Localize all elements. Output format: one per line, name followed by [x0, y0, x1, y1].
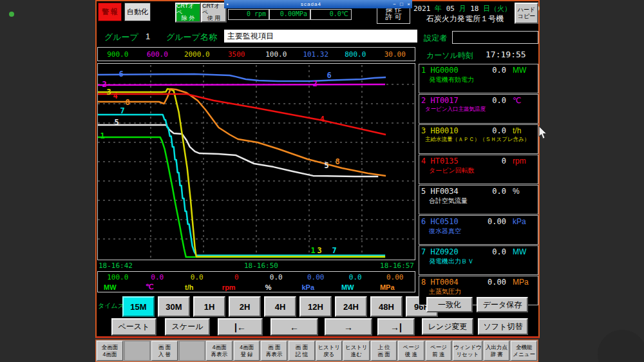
toolbar-button-4[interactable]: 4画面再表示 [206, 341, 232, 361]
toolbar-button-14[interactable]: 入出力点辞 書 [484, 341, 510, 361]
svg-text:3: 3 [317, 246, 321, 255]
scale-min-HB0010: 0.0 [177, 273, 217, 281]
quick-value-1: 0.00MPa [269, 9, 310, 20]
timespan-24H[interactable]: 24H [335, 296, 367, 317]
time-tick-mid: 18-16:50 [244, 262, 278, 270]
trend-chart: 6234875162485137 [97, 63, 415, 260]
timespan-12H[interactable]: 12H [299, 296, 332, 317]
alarm-button[interactable]: 警 報 [98, 3, 122, 21]
toolbar-button-9[interactable]: ヒストリ進む [343, 341, 370, 361]
match-button[interactable]: 一致化 [426, 297, 473, 312]
timespan-1H[interactable]: 1H [193, 296, 225, 317]
svg-text:7: 7 [332, 246, 336, 255]
timespan-30M[interactable]: 30M [158, 296, 190, 317]
permit-l2: 許 可 [385, 13, 401, 21]
titlebar-icon: ▪ [224, 1, 231, 8]
channel-list: 1 HG00000.0MW発電機有効電力2 HT00170.0℃タービン入口主蒸… [419, 64, 538, 306]
time-tick-left: 18-16:42 [99, 262, 133, 270]
data-save-button[interactable]: データ保存 [477, 297, 528, 312]
scale-min-HG0000: 100.0 [98, 273, 138, 281]
mouse-cursor [538, 126, 548, 140]
toolbar-cell-6: 画 面再表示 [261, 341, 287, 361]
svg-text:1: 1 [100, 131, 104, 140]
channel-desc: 発電機出力ＢＶ [421, 257, 536, 266]
scale-unit-HT0135: rpm [209, 283, 249, 291]
go-last-button[interactable]: →| [377, 318, 415, 336]
toolbar-cell-14: 入出力点辞 書 [484, 341, 510, 361]
toolbar-blank [179, 341, 205, 361]
channel-desc: タービン回転数 [421, 166, 536, 175]
timespan-2H[interactable]: 2H [229, 296, 261, 317]
channel-box-HT0135: 4 HT01350rpmタービン回転数 [419, 155, 538, 184]
auto-button[interactable]: 自動化 [124, 3, 151, 21]
close-icon[interactable]: × [405, 1, 412, 8]
channel-desc: タービン入口主蒸気温度 [421, 106, 536, 113]
hardcopy-button[interactable]: ハード コピー [515, 3, 538, 24]
scale-max-HT0004: 30.00 [375, 50, 415, 59]
toolbar-cell-5: 4画面登 録 [234, 341, 260, 361]
titlebar-title: scada4 [231, 1, 391, 7]
go-prev-button[interactable]: ← [270, 318, 318, 336]
paste-button[interactable]: ペースト [111, 318, 156, 336]
channel-box-HC0510: 6 HC05100.00kPa復水器真空 [419, 215, 538, 245]
toolbar-button-2[interactable]: 画 面入 替 [151, 341, 178, 361]
toolbar-button-12[interactable]: ページ前 進 [426, 341, 452, 361]
channel-value: 0 [475, 157, 506, 166]
toolbar-button-13[interactable]: ウィンドウリセット [453, 341, 482, 361]
channel-unit: rpm [506, 157, 536, 166]
toolbar-button-5[interactable]: 4画面登 録 [234, 341, 260, 361]
go-next-button[interactable]: → [325, 318, 372, 336]
timespan-15M[interactable]: 15M [122, 296, 155, 317]
channel-tag: 8 HT0004 [421, 278, 475, 287]
go-first-button[interactable]: |← [218, 318, 263, 336]
crt-use-button[interactable]: CRTオペ 使 用 [201, 3, 227, 23]
svg-text:6: 6 [118, 70, 123, 79]
os-titlebar[interactable]: ▪ scada4 − □ × [224, 0, 412, 8]
scale-min-HC0510: 0.00 [296, 273, 336, 281]
toolbar-button-8[interactable]: ヒストリ戻る [316, 341, 343, 361]
cursor-time-label: カーソル時刻 [426, 50, 473, 61]
channel-box-HB0010: 3 HB00100.0t/h主給水流量（ＡＰＣ）（ＳＨスプレ含み） [419, 124, 538, 154]
function-toolbar: 全画面4画面画 面入 替4画面再表示4画面登 録画 面再表示画 面記 憶ヒストリ… [95, 339, 538, 362]
hardcopy-l2: コピー [518, 14, 535, 20]
toolbar-button-0[interactable]: 全画面4画面 [97, 341, 123, 361]
toolbar-button-6[interactable]: 画 面再表示 [261, 341, 287, 361]
soft-switch-button[interactable]: ソフト切替 [478, 318, 528, 335]
scale-min-HT0004: 0.00 [375, 273, 415, 281]
toolbar-button-11[interactable]: ページ後 進 [398, 341, 424, 361]
channel-box-HT0017: 2 HT00170.0℃タービン入口主蒸気温度 [419, 94, 538, 124]
channel-desc: 復水器真空 [421, 227, 536, 236]
toolbar-button-15[interactable]: 全機能メニュー [511, 341, 537, 361]
scale-max-HF0034: 100.0 [256, 50, 296, 59]
power-led [9, 12, 14, 17]
toolbar-button-10[interactable]: 上 位画 面 [371, 341, 397, 361]
scale-max-row: 900.0600.02000.03500100.0101.32800.030.0… [97, 47, 415, 61]
setter-label: 設定者 [424, 33, 447, 44]
toolbar-cell-11: ページ後 進 [398, 341, 424, 361]
channel-value: 0.0 [475, 66, 506, 75]
scale-min-HT0017: 0.0 [138, 273, 178, 281]
timespan-48H[interactable]: 48H [370, 296, 402, 317]
crt-exclude-l2: 除 外 [182, 15, 195, 22]
range-change-button[interactable]: レンジ変更 [422, 318, 473, 335]
toolbar-button-7[interactable]: 画 面記 憶 [289, 341, 315, 361]
toolbar-cell-0: 全画面4画面 [97, 341, 123, 361]
restore-icon[interactable]: □ [398, 1, 405, 8]
channel-tag: 2 HT0017 [421, 96, 475, 105]
toolbar-cell-8: ヒストリ戻る [316, 341, 343, 361]
svg-text:3: 3 [106, 88, 111, 97]
toolbar-cell-13: ウィンドウリセット [453, 341, 482, 361]
channel-box-HG0000: 1 HG00000.0MW発電機有効電力 [419, 64, 538, 93]
timespan-4H[interactable]: 4H [264, 296, 296, 317]
svg-text:5: 5 [114, 118, 118, 127]
quick-value-0: 0 rpm [228, 9, 269, 20]
scale-unit-HF0034: % [249, 283, 289, 291]
minimize-icon[interactable]: − [391, 1, 398, 8]
channel-unit: t/h [506, 126, 536, 135]
crt-exclude-button[interactable]: CRTオペ 除 外 [175, 3, 201, 23]
scale-button[interactable]: スケール [165, 318, 210, 336]
toolbar-blank [124, 341, 151, 361]
scale-unit-HG0000: MW [90, 283, 130, 291]
toolbar-cell-4: 4画面再表示 [206, 341, 232, 361]
svg-text:7: 7 [120, 106, 124, 115]
